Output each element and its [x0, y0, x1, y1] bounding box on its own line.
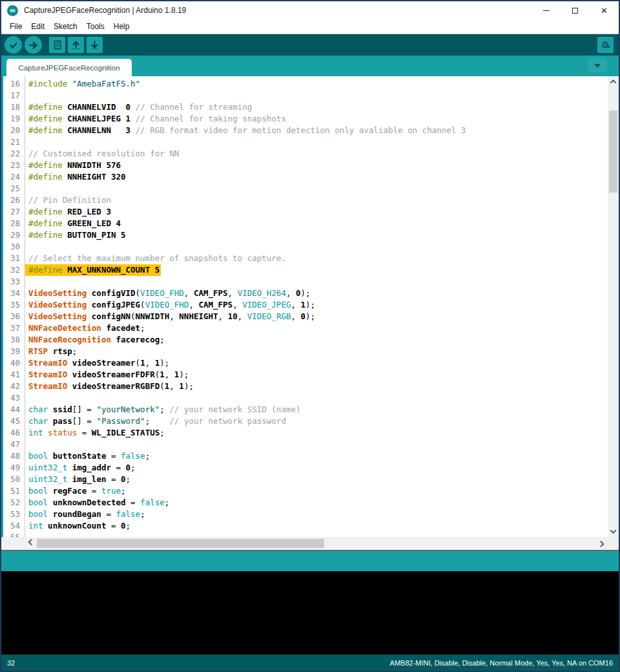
code-lines[interactable]: 16#include "AmebaFatFS.h"1718#define CHA…	[1, 76, 608, 537]
code-line[interactable]: 30	[1, 241, 608, 253]
selected-code-text[interactable]: #define MAX_UNKNOWN_COUNT 5	[25, 264, 161, 276]
code-line[interactable]: 19#define CHANNELJPEG 1 // Channel for t…	[1, 113, 608, 125]
maximize-button[interactable]	[561, 1, 590, 19]
scroll-up-button[interactable]	[608, 76, 619, 87]
code-text[interactable]: #define NNWIDTH 576	[25, 160, 121, 171]
code-line[interactable]: 55	[1, 532, 608, 537]
code-line[interactable]: 35VideoSetting configJPEG(VIDEO_FHD, CAM…	[1, 299, 608, 311]
code-line[interactable]: 27#define RED_LED 3	[1, 206, 608, 218]
scroll-down-button[interactable]	[608, 526, 619, 537]
code-line[interactable]: 47	[1, 439, 608, 450]
code-line[interactable]: 44char ssid[] = "yourNetwork"; // your n…	[1, 404, 608, 415]
code-text[interactable]: // Pin Definition	[25, 194, 111, 206]
code-text[interactable]: #define CHANNELJPEG 1 // Channel for tak…	[25, 113, 286, 125]
code-line[interactable]: 42StreamIO videoStreamerRGBFD(1, 1);	[1, 381, 608, 392]
code-line[interactable]: 54int unknownCount = 0;	[1, 520, 608, 532]
code-line[interactable]: 31// Select the maximum number of snapsh…	[1, 253, 608, 264]
code-line[interactable]: 43	[1, 392, 608, 404]
code-text[interactable]: // Select the maximum number of snapshot…	[25, 253, 286, 264]
code-text[interactable]: #define CHANNELVID 0 // Channel for stre…	[25, 101, 252, 113]
save-sketch-button[interactable]	[87, 37, 103, 53]
scroll-left-button[interactable]	[26, 538, 37, 549]
code-line[interactable]: 22// Customised resolution for NN	[1, 148, 608, 160]
code-text[interactable]: int status = WL_IDLE_STATUS;	[25, 427, 165, 439]
close-button[interactable]: ✕	[590, 1, 619, 19]
code-text[interactable]: bool regFace = true;	[25, 485, 126, 497]
code-line[interactable]: 34VideoSetting configVID(VIDEO_FHD, CAM_…	[1, 288, 608, 299]
code-line[interactable]: 37NNFaceDetection facedet;	[1, 322, 608, 334]
code-line[interactable]: 48bool buttonState = false;	[1, 450, 608, 462]
code-line[interactable]: 46int status = WL_IDLE_STATUS;	[1, 427, 608, 439]
code-line[interactable]: 18#define CHANNELVID 0 // Channel for st…	[1, 101, 608, 113]
horizontal-scrollbar[interactable]	[1, 537, 619, 550]
code-line[interactable]: 29#define BUTTON_PIN 5	[1, 229, 608, 241]
code-text[interactable]: #define GREEN_LED 4	[25, 218, 121, 229]
code-line[interactable]: 21	[1, 136, 608, 148]
vertical-scroll-thumb[interactable]	[609, 110, 617, 193]
serial-monitor-button[interactable]	[597, 37, 614, 53]
code-line[interactable]: 51bool regFace = true;	[1, 485, 608, 497]
code-line[interactable]: 33	[1, 276, 608, 288]
scroll-right-button[interactable]	[595, 538, 606, 549]
code-text[interactable]: #define NNHEIGHT 320	[25, 171, 126, 183]
code-line[interactable]: 17	[1, 90, 608, 101]
tab-list-dropdown-button[interactable]	[588, 59, 606, 72]
menu-tools[interactable]: Tools	[82, 20, 109, 33]
code-line[interactable]: 50uint32_t img_len = 0;	[1, 474, 608, 485]
code-text[interactable]: #include "AmebaFatFS.h"	[25, 78, 140, 90]
code-line[interactable]: 49uint32_t img_addr = 0;	[1, 462, 608, 474]
code-text[interactable]: #define RED_LED 3	[25, 206, 111, 218]
code-line[interactable]: 20#define CHANNELNN 3 // RGB format vide…	[1, 125, 608, 136]
code-text[interactable]: uint32_t img_addr = 0;	[25, 462, 136, 474]
code-text[interactable]: VideoSetting configVID(VIDEO_FHD, CAM_FP…	[25, 288, 311, 299]
code-line[interactable]: 39RTSP rtsp;	[1, 346, 608, 357]
code-text[interactable]: #define BUTTON_PIN 5	[25, 229, 126, 241]
code-line[interactable]: 41StreamIO videoStreamerFDFR(1, 1);	[1, 369, 608, 381]
code-line[interactable]: 45char pass[] = "Password"; // your netw…	[1, 415, 608, 427]
code-line[interactable]: 26// Pin Definition	[1, 194, 608, 206]
code-text[interactable]: bool unknownDetected = false;	[25, 497, 169, 509]
code-line[interactable]: 16#include "AmebaFatFS.h"	[1, 78, 608, 90]
code-line[interactable]: 52bool unknownDetected = false;	[1, 497, 608, 509]
code-editor[interactable]: 16#include "AmebaFatFS.h"1718#define CHA…	[1, 76, 619, 537]
horizontal-scroll-thumb[interactable]	[37, 539, 324, 548]
code-text[interactable]: // Customised resolution for NN	[25, 148, 179, 160]
code-text[interactable]: RTSP rtsp;	[25, 346, 77, 357]
code-line[interactable]: 28#define GREEN_LED 4	[1, 218, 608, 229]
upload-button[interactable]	[25, 36, 42, 54]
line-number: 50	[3, 474, 25, 485]
code-text[interactable]: VideoSetting configJPEG(VIDEO_FHD, CAM_F…	[25, 299, 315, 311]
code-text[interactable]: char pass[] = "Password"; // your networ…	[25, 415, 286, 427]
code-text[interactable]: char ssid[] = "yourNetwork"; // your net…	[25, 404, 301, 415]
code-text[interactable]: StreamIO videoStreamer(1, 1);	[25, 357, 169, 369]
verify-button[interactable]	[5, 36, 22, 54]
tab-capturejpegfacerecognition[interactable]: CaptureJPEGFaceRecognition	[6, 59, 132, 76]
code-line[interactable]: 32#define MAX_UNKNOWN_COUNT 5	[1, 264, 608, 276]
minimize-button[interactable]	[532, 1, 561, 19]
code-text[interactable]: StreamIO videoStreamerFDFR(1, 1);	[25, 369, 189, 381]
code-line[interactable]: 25	[1, 183, 608, 194]
code-line[interactable]: 38NNFaceRecognition facerecog;	[1, 334, 608, 346]
code-line[interactable]: 23#define NNWIDTH 576	[1, 160, 608, 171]
code-line[interactable]: 53bool roundBegan = false;	[1, 509, 608, 520]
new-sketch-button[interactable]	[49, 37, 65, 53]
code-text[interactable]: NNFaceDetection facedet;	[25, 322, 145, 334]
menu-edit[interactable]: Edit	[26, 20, 49, 33]
code-text[interactable]: VideoSetting configNN(NNWIDTH, NNHEIGHT,…	[25, 311, 315, 322]
menu-sketch[interactable]: Sketch	[49, 20, 82, 33]
code-line[interactable]: 24#define NNHEIGHT 320	[1, 171, 608, 183]
code-line[interactable]: 36VideoSetting configNN(NNWIDTH, NNHEIGH…	[1, 311, 608, 322]
code-text[interactable]: bool roundBegan = false;	[25, 509, 145, 520]
code-text[interactable]: #define CHANNELNN 3 // RGB format video …	[25, 125, 466, 136]
code-text[interactable]: int unknownCount = 0;	[25, 520, 130, 532]
code-text[interactable]: uint32_t img_len = 0;	[25, 474, 130, 485]
code-text[interactable]: StreamIO videoStreamerRGBFD(1, 1);	[25, 381, 194, 392]
open-sketch-button[interactable]	[68, 37, 84, 53]
code-text[interactable]: NNFaceRecognition facerecog;	[25, 334, 165, 346]
title-bar[interactable]: ∞ CaptureJPEGFaceRecognition | Arduino 1…	[1, 1, 619, 19]
menu-help[interactable]: Help	[109, 20, 134, 33]
code-text[interactable]: bool buttonState = false;	[25, 450, 150, 462]
menu-file[interactable]: File	[5, 20, 26, 33]
vertical-scrollbar[interactable]	[608, 76, 619, 537]
code-line[interactable]: 40StreamIO videoStreamer(1, 1);	[1, 357, 608, 369]
